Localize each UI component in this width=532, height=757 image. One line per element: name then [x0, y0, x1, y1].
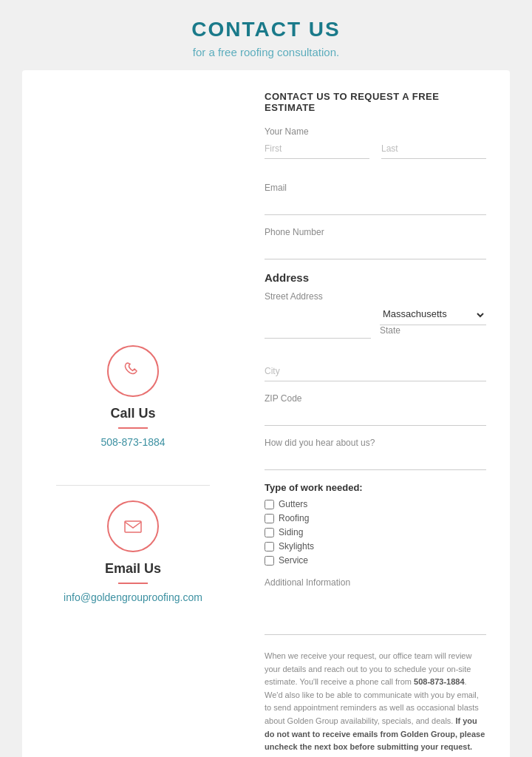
- service-label: Service: [279, 555, 308, 566]
- email-group: Email: [265, 183, 486, 215]
- phone-icon-circle: [107, 345, 159, 397]
- gutters-label: Gutters: [279, 499, 307, 509]
- page-subtitle: for a free roofing consultation.: [15, 46, 517, 58]
- section-divider: [56, 485, 210, 486]
- email-address[interactable]: info@goldengrouproofing.com: [64, 591, 202, 603]
- how-hear-input[interactable]: [265, 451, 486, 470]
- additional-info-group: Additional Information: [265, 577, 486, 638]
- phone-group: Phone Number: [265, 227, 486, 259]
- gutters-checkbox[interactable]: [265, 500, 274, 509]
- email-input[interactable]: [265, 196, 486, 215]
- additional-info-label: Additional Information: [265, 577, 486, 588]
- your-name-label: Your Name: [265, 126, 486, 137]
- checkbox-gutters: Gutters: [265, 499, 486, 509]
- call-divider: [118, 427, 148, 429]
- form-section-title: CONTACT US TO REQUEST A FREE ESTIMATE: [265, 91, 486, 113]
- siding-label: Siding: [279, 527, 303, 537]
- email-label: Email Us: [105, 561, 161, 577]
- checkbox-service: Service: [265, 555, 486, 566]
- first-name-input[interactable]: [265, 140, 369, 159]
- state-group: Massachusetts Connecticut Rhode Island N…: [380, 305, 486, 339]
- zip-label: ZIP Code: [265, 393, 486, 404]
- phone-icon: [121, 359, 145, 383]
- email-icon-circle: [107, 500, 159, 552]
- state-row: Massachusetts Connecticut Rhode Island N…: [265, 305, 486, 350]
- service-checkbox[interactable]: [265, 556, 274, 566]
- roofing-checkbox[interactable]: [265, 514, 274, 523]
- checkbox-roofing: Roofing: [265, 513, 486, 523]
- address-title: Address: [265, 271, 486, 284]
- address-section: Address Street Address Massachusetts Con…: [265, 271, 486, 426]
- email-divider: [118, 583, 148, 584]
- checkbox-skylights: Skylights: [265, 541, 486, 551]
- how-hear-label: How did you hear about us?: [265, 438, 486, 448]
- last-name-input[interactable]: [381, 140, 486, 159]
- phone-input[interactable]: [265, 240, 486, 259]
- your-name-group: Your Name: [265, 126, 486, 171]
- left-panel: Call Us 508-873-1884 Email Us info@golde…: [22, 70, 244, 757]
- street-group: Street Address Massachusetts Connecticut…: [265, 291, 486, 350]
- city-group: [265, 362, 486, 381]
- name-row: [265, 140, 486, 171]
- email-icon: [121, 515, 145, 538]
- roofing-label: Roofing: [279, 513, 309, 523]
- phone-number[interactable]: 508-873-1884: [100, 436, 165, 448]
- call-label: Call Us: [110, 406, 155, 421]
- zip-input[interactable]: [265, 407, 486, 426]
- city-input[interactable]: [265, 362, 486, 381]
- street-label: Street Address: [265, 291, 486, 302]
- phone-field-label: Phone Number: [265, 227, 486, 237]
- email-field-label: Email: [265, 183, 486, 193]
- additional-info-textarea[interactable]: [265, 591, 486, 635]
- street-input[interactable]: [265, 319, 371, 339]
- state-select[interactable]: Massachusetts Connecticut Rhode Island N…: [380, 305, 486, 325]
- notice-text: When we receive your request, our office…: [265, 650, 486, 757]
- email-section: Email Us info@goldengrouproofing.com: [37, 500, 229, 603]
- main-content: Call Us 508-873-1884 Email Us info@golde…: [0, 70, 532, 757]
- state-label: State: [380, 325, 486, 336]
- svg-rect-0: [125, 521, 141, 532]
- skylights-checkbox[interactable]: [265, 542, 274, 551]
- checkbox-siding: Siding: [265, 527, 486, 537]
- notice-main: When we receive your request, our office…: [265, 651, 479, 725]
- work-type-section: Type of work needed: Gutters Roofing Sid…: [265, 482, 486, 566]
- zip-group: ZIP Code: [265, 393, 486, 426]
- first-name-group: [265, 140, 369, 159]
- work-type-title: Type of work needed:: [265, 482, 486, 493]
- skylights-label: Skylights: [279, 541, 314, 551]
- page-title: CONTACT US: [15, 18, 517, 41]
- how-hear-group: How did you hear about us?: [265, 438, 486, 470]
- siding-checkbox[interactable]: [265, 528, 274, 537]
- street-input-group: [265, 319, 371, 339]
- last-name-group: [381, 140, 486, 159]
- call-section: Call Us 508-873-1884: [37, 345, 229, 448]
- right-panel: CONTACT US TO REQUEST A FREE ESTIMATE Yo…: [244, 70, 510, 757]
- page-header: CONTACT US for a free roofing consultati…: [0, 0, 532, 70]
